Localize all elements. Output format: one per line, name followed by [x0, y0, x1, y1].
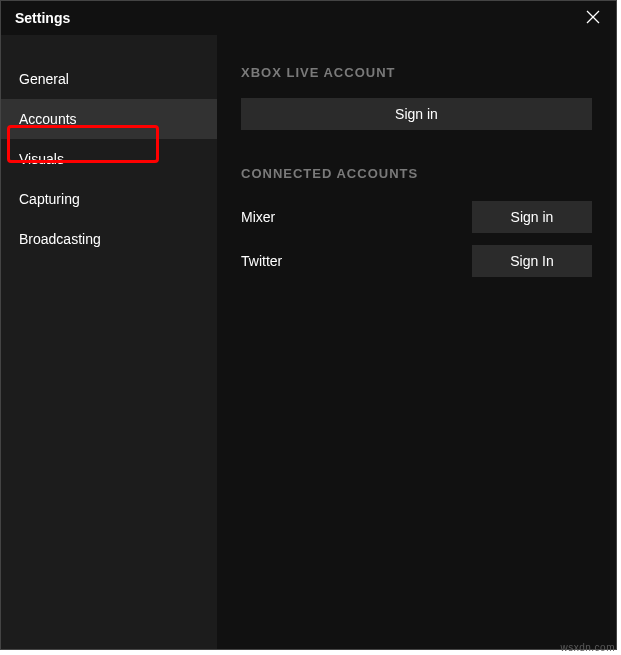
window-body: General Accounts Visuals Capturing Broad…: [1, 35, 616, 649]
titlebar: Settings: [1, 1, 616, 35]
settings-window: Settings General Accounts Visuals Captur…: [0, 0, 617, 650]
sidebar-item-capturing[interactable]: Capturing: [1, 179, 217, 219]
close-icon[interactable]: [586, 10, 602, 26]
sidebar: General Accounts Visuals Capturing Broad…: [1, 35, 217, 649]
sidebar-item-label: Broadcasting: [19, 231, 101, 247]
sidebar-item-label: General: [19, 71, 69, 87]
sidebar-item-label: Visuals: [19, 151, 64, 167]
connected-account-row: Twitter Sign In: [241, 243, 592, 279]
sidebar-item-label: Accounts: [19, 111, 77, 127]
sidebar-item-accounts[interactable]: Accounts: [1, 99, 217, 139]
sidebar-item-label: Capturing: [19, 191, 80, 207]
window-title: Settings: [15, 10, 70, 26]
mixer-signin-button[interactable]: Sign in: [472, 201, 592, 233]
connected-account-row: Mixer Sign in: [241, 199, 592, 235]
content-pane: XBOX LIVE ACCOUNT Sign in CONNECTED ACCO…: [217, 35, 616, 649]
sidebar-item-general[interactable]: General: [1, 59, 217, 99]
twitter-signin-button[interactable]: Sign In: [472, 245, 592, 277]
sidebar-item-broadcasting[interactable]: Broadcasting: [1, 219, 217, 259]
xbox-signin-button[interactable]: Sign in: [241, 98, 592, 130]
sidebar-item-visuals[interactable]: Visuals: [1, 139, 217, 179]
connected-section-heading: CONNECTED ACCOUNTS: [241, 166, 592, 181]
connected-account-name: Twitter: [241, 253, 282, 269]
connected-account-name: Mixer: [241, 209, 275, 225]
xbox-section-heading: XBOX LIVE ACCOUNT: [241, 65, 592, 80]
